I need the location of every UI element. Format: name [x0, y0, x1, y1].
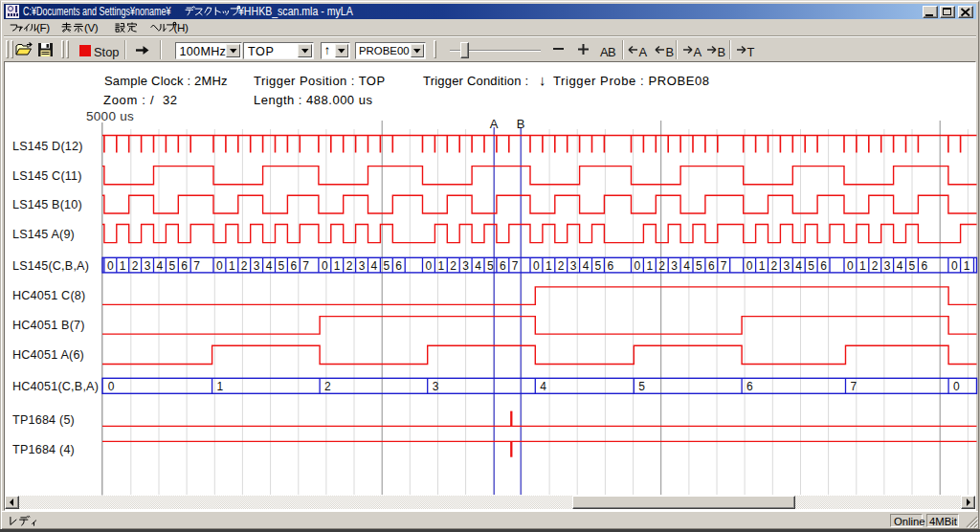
svg-text:(V): (V) [84, 21, 99, 33]
svg-text:(H): (H) [174, 21, 189, 33]
svg-text:(F): (F) [36, 21, 50, 33]
